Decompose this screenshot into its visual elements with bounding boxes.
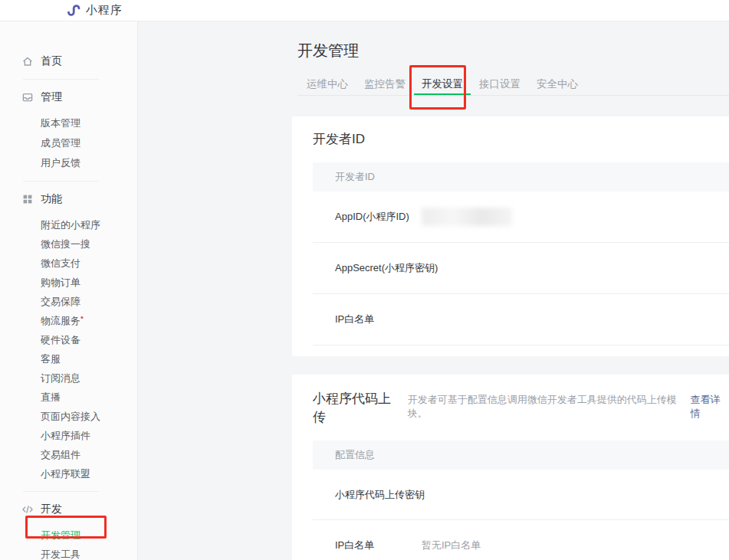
appsecret-row: AppSecret(小程序密钥)	[313, 243, 729, 294]
sidebar-manage-list: 版本管理 成员管理 用户反馈	[0, 113, 137, 173]
sidebar-item-miniprogram-union[interactable]: 小程序联盟	[0, 464, 137, 483]
sidebar-item-miniprogram-plugin[interactable]: 小程序插件	[0, 426, 137, 445]
sidebar-item-wechat-pay[interactable]: 微信支付	[0, 254, 137, 273]
tab-dev-settings[interactable]: 开发设置	[414, 74, 471, 95]
sidebar-item-live[interactable]: 直播	[0, 388, 137, 407]
home-icon	[21, 55, 34, 67]
developer-id-title: 开发者ID	[292, 116, 729, 149]
sidebar-divider	[23, 181, 99, 182]
sidebar-divider	[23, 491, 99, 492]
appid-row: AppID(小程序ID)	[313, 192, 729, 243]
appsecret-label: AppSecret(小程序密钥)	[335, 261, 454, 275]
top-header: 小程序	[0, 0, 729, 21]
sidebar-item-dev-manage[interactable]: 开发管理	[0, 526, 137, 545]
sidebar-item-customer-service[interactable]: 客服	[0, 349, 137, 368]
sidebar-divider	[23, 79, 99, 80]
appid-value-redacted	[422, 208, 512, 226]
sidebar-section-label: 功能	[41, 192, 62, 206]
code-icon	[21, 503, 34, 516]
config-info-table-header: 配置信息	[313, 440, 729, 470]
sidebar-item-hardware-device[interactable]: 硬件设备	[0, 330, 137, 349]
sidebar-section-dev[interactable]: 开发	[0, 499, 137, 519]
sidebar-item-label: 物流服务	[41, 315, 80, 326]
sidebar-item-dev-tools[interactable]: 开发工具	[0, 545, 137, 560]
upload-ip-whitelist-label: IP白名单	[335, 539, 422, 552]
tab-monitor-alert[interactable]: 监控告警	[356, 74, 413, 95]
code-upload-title-row: 小程序代码上传 开发者可基于配置信息调用微信开发者工具提供的代码上传模块。 查看…	[292, 375, 729, 427]
sidebar-item-nearby-miniprogram[interactable]: 附近的小程序	[0, 215, 137, 234]
tab-operations-center[interactable]: 运维中心	[299, 74, 356, 95]
appid-label: AppID(小程序ID)	[335, 210, 422, 224]
sidebar-item-wechat-search[interactable]: 微信搜一搜	[0, 234, 137, 254]
sidebar-dev-list: 开发管理 开发工具	[0, 526, 137, 560]
sidebar-item-transaction-guarantee[interactable]: 交易保障	[0, 292, 137, 311]
sidebar-item-page-content-access[interactable]: 页面内容接入	[0, 407, 137, 426]
sidebar-item-transaction-component[interactable]: 交易组件	[0, 445, 137, 464]
upload-ip-whitelist-row: IP白名单 暂无IP白名单	[313, 520, 729, 560]
code-upload-title: 小程序代码上传	[313, 390, 402, 427]
code-upload-card: 小程序代码上传 开发者可基于配置信息调用微信开发者工具提供的代码上传模块。 查看…	[292, 375, 729, 560]
sidebar-item-label: 首页	[41, 54, 62, 68]
ip-whitelist-row: IP白名单	[313, 294, 729, 345]
sidebar-section-features[interactable]: 功能	[0, 189, 137, 209]
view-details-link[interactable]: 查看详情	[690, 393, 729, 421]
sidebar: 首页 管理 版本管理 成员管理 用户反馈	[0, 21, 138, 560]
miniprogram-logo-icon[interactable]	[64, 3, 80, 18]
upload-key-row: 小程序代码上传密钥	[313, 470, 729, 520]
sidebar-item-user-feedback[interactable]: 用户反馈	[0, 153, 137, 173]
main-content: 开发管理 运维中心 监控告警 开发设置 接口设置 安全中心 开发者ID 开发者I…	[138, 21, 729, 560]
sidebar-features-list: 附近的小程序 微信搜一搜 微信支付 购物订单 交易保障 物流服务• 硬件设备 客…	[0, 215, 137, 483]
tab-bar: 运维中心 监控告警 开发设置 接口设置 安全中心	[297, 74, 729, 96]
sidebar-section-manage[interactable]: 管理	[0, 87, 137, 107]
sidebar-item-shopping-orders[interactable]: 购物订单	[0, 273, 137, 292]
inbox-icon	[21, 91, 34, 103]
app-title: 小程序	[86, 3, 123, 18]
sidebar-section-label: 开发	[41, 503, 62, 516]
upload-key-label: 小程序代码上传密钥	[335, 488, 454, 502]
code-upload-description: 开发者可基于配置信息调用微信开发者工具提供的代码上传模块。	[408, 393, 689, 421]
sidebar-item-subscribe-message[interactable]: 订阅消息	[0, 368, 137, 388]
grid-icon	[21, 193, 34, 205]
tab-security-center[interactable]: 安全中心	[529, 74, 586, 95]
page-title: 开发管理	[297, 40, 729, 61]
ip-whitelist-label: IP白名单	[335, 313, 422, 326]
sidebar-item-member-manage[interactable]: 成员管理	[0, 133, 137, 153]
developer-id-table-header: 开发者ID	[313, 162, 729, 192]
sidebar-item-home[interactable]: 首页	[0, 51, 137, 71]
sidebar-item-logistics-service[interactable]: 物流服务•	[0, 311, 137, 330]
tab-api-settings[interactable]: 接口设置	[471, 74, 528, 95]
upload-ip-whitelist-value: 暂无IP白名单	[422, 539, 481, 552]
developer-id-card: 开发者ID 开发者ID AppID(小程序ID) AppSecret(小程序密钥…	[292, 116, 729, 356]
sidebar-section-label: 管理	[41, 90, 62, 104]
sidebar-item-version-manage[interactable]: 版本管理	[0, 113, 137, 133]
new-badge-dot: •	[80, 313, 84, 322]
